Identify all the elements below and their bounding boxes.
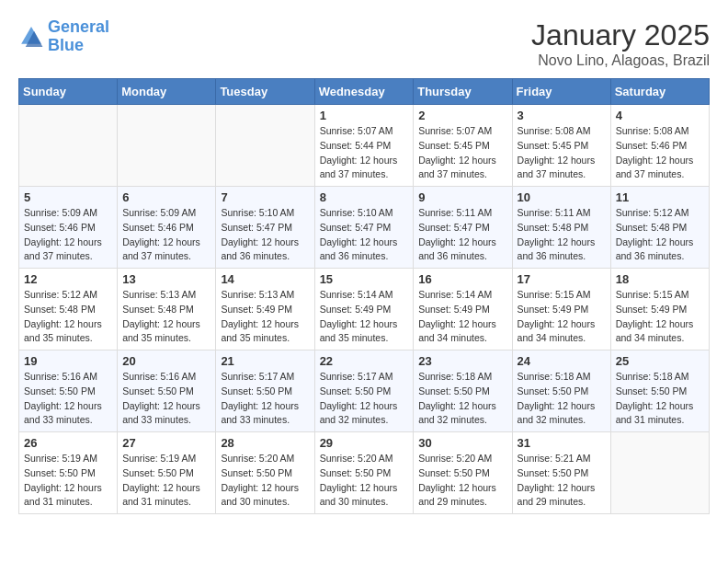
day-of-week-header: Friday — [512, 79, 610, 105]
day-number: 1 — [320, 109, 409, 122]
day-number: 9 — [418, 190, 506, 204]
day-info: Sunrise: 5:07 AMSunset: 5:45 PMDaylight:… — [418, 124, 506, 182]
day-info: Sunrise: 5:20 AMSunset: 5:50 PMDaylight:… — [418, 452, 506, 510]
calendar-cell: 22Sunrise: 5:17 AMSunset: 5:50 PMDayligh… — [314, 350, 414, 432]
calendar-cell — [610, 432, 709, 514]
calendar-cell: 11Sunrise: 5:12 AMSunset: 5:48 PMDayligh… — [610, 187, 709, 269]
day-number: 22 — [320, 354, 409, 368]
calendar-cell: 14Sunrise: 5:13 AMSunset: 5:49 PMDayligh… — [216, 269, 314, 350]
day-info: Sunrise: 5:08 AMSunset: 5:45 PMDaylight:… — [518, 124, 606, 182]
calendar-cell: 27Sunrise: 5:19 AMSunset: 5:50 PMDayligh… — [118, 432, 216, 514]
day-info: Sunrise: 5:21 AMSunset: 5:50 PMDaylight:… — [518, 452, 606, 510]
logo-icon — [18, 24, 44, 50]
calendar-cell: 25Sunrise: 5:18 AMSunset: 5:50 PMDayligh… — [610, 350, 709, 432]
day-number: 27 — [122, 436, 210, 450]
day-number: 12 — [24, 272, 112, 286]
day-number: 16 — [418, 272, 506, 286]
calendar-cell: 8Sunrise: 5:10 AMSunset: 5:47 PMDaylight… — [314, 187, 414, 269]
day-info: Sunrise: 5:18 AMSunset: 5:50 PMDaylight:… — [616, 370, 704, 428]
logo-line1: General — [48, 17, 109, 36]
calendar-cell: 31Sunrise: 5:21 AMSunset: 5:50 PMDayligh… — [512, 432, 610, 514]
calendar-cell: 10Sunrise: 5:11 AMSunset: 5:48 PMDayligh… — [512, 187, 610, 269]
day-info: Sunrise: 5:18 AMSunset: 5:50 PMDaylight:… — [418, 370, 506, 428]
day-info: Sunrise: 5:07 AMSunset: 5:44 PMDaylight:… — [320, 124, 409, 182]
day-number: 5 — [24, 190, 112, 204]
calendar-cell: 9Sunrise: 5:11 AMSunset: 5:47 PMDaylight… — [414, 187, 512, 269]
calendar-week-row: 19Sunrise: 5:16 AMSunset: 5:50 PMDayligh… — [19, 350, 710, 432]
day-number: 24 — [518, 354, 606, 368]
day-of-week-header: Tuesday — [216, 79, 314, 105]
calendar-cell: 16Sunrise: 5:14 AMSunset: 5:49 PMDayligh… — [414, 269, 512, 350]
day-info: Sunrise: 5:13 AMSunset: 5:49 PMDaylight:… — [221, 288, 309, 346]
day-of-week-header: Monday — [118, 79, 216, 105]
calendar-week-row: 5Sunrise: 5:09 AMSunset: 5:46 PMDaylight… — [19, 187, 710, 269]
day-info: Sunrise: 5:17 AMSunset: 5:50 PMDaylight:… — [320, 370, 409, 428]
day-number: 15 — [320, 272, 409, 286]
day-info: Sunrise: 5:10 AMSunset: 5:47 PMDaylight:… — [320, 206, 409, 264]
day-info: Sunrise: 5:11 AMSunset: 5:48 PMDaylight:… — [518, 206, 606, 264]
calendar-cell: 1Sunrise: 5:07 AMSunset: 5:44 PMDaylight… — [314, 105, 414, 187]
calendar-cell: 4Sunrise: 5:08 AMSunset: 5:46 PMDaylight… — [610, 105, 709, 187]
calendar-cell — [216, 105, 314, 187]
day-number: 2 — [418, 109, 506, 122]
day-info: Sunrise: 5:17 AMSunset: 5:50 PMDaylight:… — [221, 370, 309, 428]
calendar-cell: 30Sunrise: 5:20 AMSunset: 5:50 PMDayligh… — [414, 432, 512, 514]
day-number: 19 — [24, 354, 112, 368]
day-info: Sunrise: 5:09 AMSunset: 5:46 PMDaylight:… — [24, 206, 112, 264]
day-number: 21 — [221, 354, 309, 368]
day-info: Sunrise: 5:13 AMSunset: 5:48 PMDaylight:… — [122, 288, 210, 346]
calendar-table: SundayMondayTuesdayWednesdayThursdayFrid… — [18, 78, 710, 514]
calendar-header-row: SundayMondayTuesdayWednesdayThursdayFrid… — [19, 79, 710, 105]
month-title: January 2025 — [531, 18, 710, 52]
day-info: Sunrise: 5:20 AMSunset: 5:50 PMDaylight:… — [221, 452, 309, 510]
calendar-cell: 24Sunrise: 5:18 AMSunset: 5:50 PMDayligh… — [512, 350, 610, 432]
day-info: Sunrise: 5:19 AMSunset: 5:50 PMDaylight:… — [24, 452, 112, 510]
day-number: 3 — [518, 109, 606, 122]
calendar-cell: 5Sunrise: 5:09 AMSunset: 5:46 PMDaylight… — [19, 187, 118, 269]
title-block: January 2025 Novo Lino, Alagoas, Brazil — [531, 18, 710, 69]
calendar-cell: 29Sunrise: 5:20 AMSunset: 5:50 PMDayligh… — [314, 432, 414, 514]
logo: General Blue — [18, 18, 109, 55]
location: Novo Lino, Alagoas, Brazil — [531, 52, 710, 69]
day-of-week-header: Thursday — [414, 79, 512, 105]
calendar-cell: 2Sunrise: 5:07 AMSunset: 5:45 PMDaylight… — [414, 105, 512, 187]
calendar-cell — [118, 105, 216, 187]
calendar-cell: 20Sunrise: 5:16 AMSunset: 5:50 PMDayligh… — [118, 350, 216, 432]
calendar-cell: 23Sunrise: 5:18 AMSunset: 5:50 PMDayligh… — [414, 350, 512, 432]
calendar-cell: 12Sunrise: 5:12 AMSunset: 5:48 PMDayligh… — [19, 269, 118, 350]
day-info: Sunrise: 5:09 AMSunset: 5:46 PMDaylight:… — [122, 206, 210, 264]
day-number: 20 — [122, 354, 210, 368]
day-number: 13 — [122, 272, 210, 286]
calendar-cell: 15Sunrise: 5:14 AMSunset: 5:49 PMDayligh… — [314, 269, 414, 350]
calendar-week-row: 12Sunrise: 5:12 AMSunset: 5:48 PMDayligh… — [19, 269, 710, 350]
day-number: 8 — [320, 190, 409, 204]
day-number: 18 — [616, 272, 704, 286]
day-info: Sunrise: 5:10 AMSunset: 5:47 PMDaylight:… — [221, 206, 309, 264]
calendar-cell: 13Sunrise: 5:13 AMSunset: 5:48 PMDayligh… — [118, 269, 216, 350]
calendar-cell: 21Sunrise: 5:17 AMSunset: 5:50 PMDayligh… — [216, 350, 314, 432]
day-info: Sunrise: 5:14 AMSunset: 5:49 PMDaylight:… — [418, 288, 506, 346]
calendar-week-row: 26Sunrise: 5:19 AMSunset: 5:50 PMDayligh… — [19, 432, 710, 514]
day-info: Sunrise: 5:19 AMSunset: 5:50 PMDaylight:… — [122, 452, 210, 510]
day-number: 14 — [221, 272, 309, 286]
calendar-cell: 3Sunrise: 5:08 AMSunset: 5:45 PMDaylight… — [512, 105, 610, 187]
day-info: Sunrise: 5:16 AMSunset: 5:50 PMDaylight:… — [24, 370, 112, 428]
calendar-cell: 17Sunrise: 5:15 AMSunset: 5:49 PMDayligh… — [512, 269, 610, 350]
day-number: 28 — [221, 436, 309, 450]
day-number: 6 — [122, 190, 210, 204]
calendar-cell: 7Sunrise: 5:10 AMSunset: 5:47 PMDaylight… — [216, 187, 314, 269]
day-info: Sunrise: 5:20 AMSunset: 5:50 PMDaylight:… — [320, 452, 409, 510]
page-header: General Blue January 2025 Novo Lino, Ala… — [18, 18, 710, 69]
calendar-cell: 28Sunrise: 5:20 AMSunset: 5:50 PMDayligh… — [216, 432, 314, 514]
logo-text: General Blue — [48, 18, 109, 55]
day-number: 10 — [518, 190, 606, 204]
calendar-cell — [19, 105, 118, 187]
day-info: Sunrise: 5:11 AMSunset: 5:47 PMDaylight:… — [418, 206, 506, 264]
day-number: 23 — [418, 354, 506, 368]
day-number: 4 — [616, 109, 704, 122]
day-number: 31 — [518, 436, 606, 450]
calendar-cell: 26Sunrise: 5:19 AMSunset: 5:50 PMDayligh… — [19, 432, 118, 514]
day-info: Sunrise: 5:12 AMSunset: 5:48 PMDaylight:… — [616, 206, 704, 264]
day-number: 26 — [24, 436, 112, 450]
day-of-week-header: Sunday — [19, 79, 118, 105]
